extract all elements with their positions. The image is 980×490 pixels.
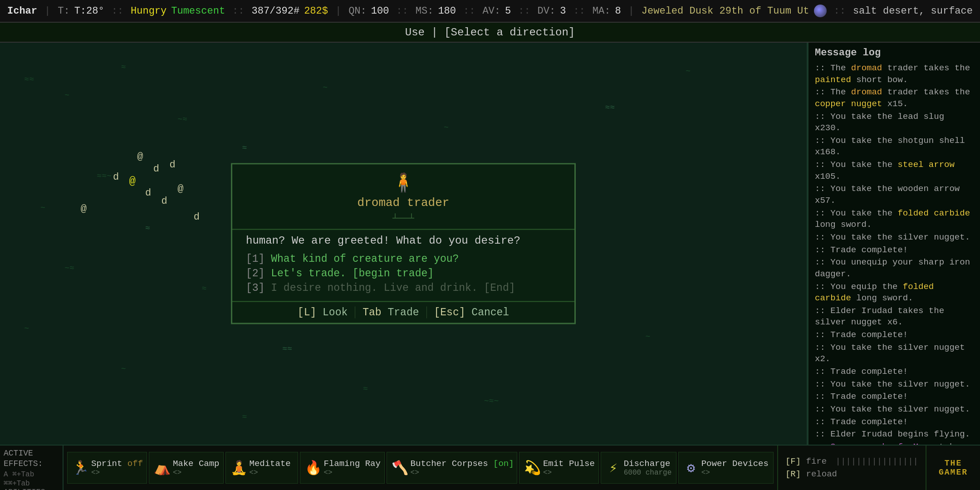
creature-sprite: @ <box>81 203 87 215</box>
date-display: Jeweled Dusk 29th of Tuum Ut <box>642 5 809 17</box>
dialog-footer: [L] Look Tab Trade [Esc] Cancel <box>232 301 574 323</box>
biome-display: salt desert, surface <box>853 5 973 17</box>
make-camp-label: Make Camp <box>173 459 220 469</box>
action-bar: 🏃 Sprint off <> ⛺ Make Camp <> 🧘 Meditat… <box>64 446 777 490</box>
log-line: :: Elder Irudad takes the silver nugget … <box>815 305 974 328</box>
fire-reload-status: [F] fire |||||||||||||||| [R] reload <box>777 446 926 490</box>
meditate-action[interactable]: 🧘 Meditate <> <box>225 452 298 484</box>
dialog-question: human? We are greeted! What do you desir… <box>246 235 561 247</box>
option-2-text: Let's trade. [begin trade] <box>271 268 434 279</box>
option-1-text: What kind of creature are you? <box>271 253 459 265</box>
discharge-action[interactable]: ⚡ Discharge 6000 charge <box>601 452 677 484</box>
creature-sprite: d <box>113 172 119 183</box>
npc-name: dromad trader <box>232 196 574 212</box>
creature-sprite: d <box>162 196 167 207</box>
butcher-corpses-label: Butcher Corpses [on] <box>411 459 514 469</box>
moon-icon <box>814 5 827 17</box>
abilities-title: ACTIVE EFFECTS: <box>4 448 59 470</box>
char-name: Ichar <box>7 5 37 17</box>
dialog-box: 🧍 dromad trader ┴──┴ human? We are greet… <box>231 163 576 324</box>
sprint-label: Sprint off <box>91 459 143 469</box>
discharge-label: Discharge <box>624 459 672 469</box>
log-line: :: You take the silver nugget. <box>815 379 974 391</box>
trade-button[interactable]: Tab Trade <box>355 307 426 318</box>
dialog-option-3[interactable]: [3] I desire nothing. Live and drink. [E… <box>246 282 561 294</box>
log-line: :: The dromad trader takes the copper nu… <box>815 87 974 110</box>
message-log: Message log :: The dromad trader takes t… <box>808 43 980 445</box>
dialog-header: 🧍 dromad trader ┴──┴ <box>232 165 574 230</box>
log-line: :: You take the folded carbide long swor… <box>815 208 974 231</box>
status-hungry: Hungry <box>131 5 167 17</box>
message-log-title: Message log <box>815 47 974 59</box>
dialog-option-1[interactable]: [1] What kind of creature are you? <box>246 253 561 265</box>
emit-pulse-key: <> <box>543 469 595 477</box>
qn-value: 100 <box>371 5 389 17</box>
flaming-ray-label: Flaming Ray <box>324 459 381 469</box>
log-line: :: You take the silver nugget. <box>815 404 974 416</box>
log-line: :: You take the lead slug x230. <box>815 111 974 134</box>
ms-value: 180 <box>438 5 456 17</box>
player-sprite: @ <box>129 175 135 187</box>
creature-sprite: @ <box>177 183 183 195</box>
turn-counter: T:28° <box>74 5 104 17</box>
main-area: ≈≈ ~ ≈ ~≈ ≈ ~ ≈≈~ ~ ≈ ~≈ ≈ ~ ≈≈ ~ ≈ ~ ≈~… <box>0 43 980 445</box>
log-line: :: Scurugosuoboufo-Muuw takes the copper… <box>815 441 974 445</box>
charge-bar: |||||||||||||||| <box>836 456 918 466</box>
gold-display: 282$ <box>304 5 328 17</box>
logo-text: THE <box>939 459 968 468</box>
top-bar: Ichar | T:T:28° :: Hungry Tumescent :: 3… <box>0 0 980 23</box>
dialog-option-2[interactable]: [2] Let's trade. [begin trade] <box>246 268 561 279</box>
log-line: :: Trade complete! <box>815 329 974 341</box>
log-line: :: The dromad trader takes the painted s… <box>815 63 974 86</box>
make-camp-key: <> <box>173 469 220 477</box>
log-line: :: You take the wooden arrow x57. <box>815 183 974 206</box>
dialog-separator: ┴──┴ <box>232 212 574 227</box>
meditate-label: Meditate <box>250 459 291 469</box>
sprint-action[interactable]: 🏃 Sprint off <> <box>67 452 147 484</box>
cancel-button[interactable]: [Esc] Cancel <box>427 307 517 318</box>
sprint-key: <> <box>91 469 143 477</box>
discharge-icon: ⚡ <box>606 460 621 476</box>
power-devices-action[interactable]: ⚙ Power Devices <> <box>678 452 774 484</box>
butcher-corpses-action[interactable]: 🪓 Butcher Corpses [on] <> <box>387 452 517 484</box>
direction-bar: Use | [Select a direction] <box>0 23 980 43</box>
emit-pulse-action[interactable]: 💫 Emit Pulse <> <box>519 452 599 484</box>
hp-display: 387/392# <box>252 5 300 17</box>
dialog-body: human? We are greeted! What do you desir… <box>232 230 574 301</box>
make-camp-icon: ⛺ <box>154 460 170 476</box>
log-line: :: Trade complete! <box>815 245 974 256</box>
abilities-page: ABILITIESpage 1 of 2 <box>4 488 59 490</box>
log-line: :: You equip the folded carbide long swo… <box>815 281 974 304</box>
log-line: :: You take the silver nugget x2. <box>815 342 974 365</box>
meditate-key: <> <box>250 469 291 477</box>
meditate-icon: 🧘 <box>230 460 247 476</box>
abilities-panel: ACTIVE EFFECTS: A ⌘+Tab ⌘⌘+Tab ABILITIES… <box>0 446 64 490</box>
game-map[interactable]: ≈≈ ~ ≈ ~≈ ≈ ~ ≈≈~ ~ ≈ ~≈ ≈ ~ ≈≈ ~ ≈ ~ ≈~… <box>0 43 808 445</box>
creature-sprite: @ <box>137 151 143 162</box>
logo-panel: THE GAMER <box>926 446 980 490</box>
butcher-corpses-icon: 🪓 <box>392 460 408 476</box>
make-camp-action[interactable]: ⛺ Make Camp <> <box>149 452 224 484</box>
log-line: :: You take the silver nugget. <box>815 232 974 244</box>
butcher-corpses-key: <> <box>411 469 514 477</box>
look-button[interactable]: [L] Look <box>290 307 355 318</box>
flaming-ray-action[interactable]: 🔥 Flaming Ray <> <box>300 452 385 484</box>
discharge-key: 6000 charge <box>624 469 672 477</box>
creature-sprite: d <box>194 211 200 223</box>
direction-prompt: Use | [Select a direction] <box>405 26 575 39</box>
fire-label: [F] fire |||||||||||||||| <box>785 456 918 466</box>
power-devices-key: <> <box>701 469 769 477</box>
log-line: :: You take the steel arrow x105. <box>815 159 974 182</box>
log-line: :: Trade complete! <box>815 416 974 428</box>
ma-value: 8 <box>615 5 621 17</box>
creature-sprite: d <box>169 159 175 171</box>
log-line: :: Trade complete! <box>815 366 974 378</box>
emit-pulse-icon: 💫 <box>524 460 540 476</box>
log-line: :: Trade complete! <box>815 391 974 403</box>
emit-pulse-label: Emit Pulse <box>543 459 595 469</box>
creature-sprite: d <box>145 187 151 199</box>
bottom-bar: ACTIVE EFFECTS: A ⌘+Tab ⌘⌘+Tab ABILITIES… <box>0 445 980 490</box>
npc-sprite: 🧍 <box>232 168 574 196</box>
av-value: 5 <box>505 5 511 17</box>
log-line: :: You take the shotgun shell x168. <box>815 135 974 158</box>
